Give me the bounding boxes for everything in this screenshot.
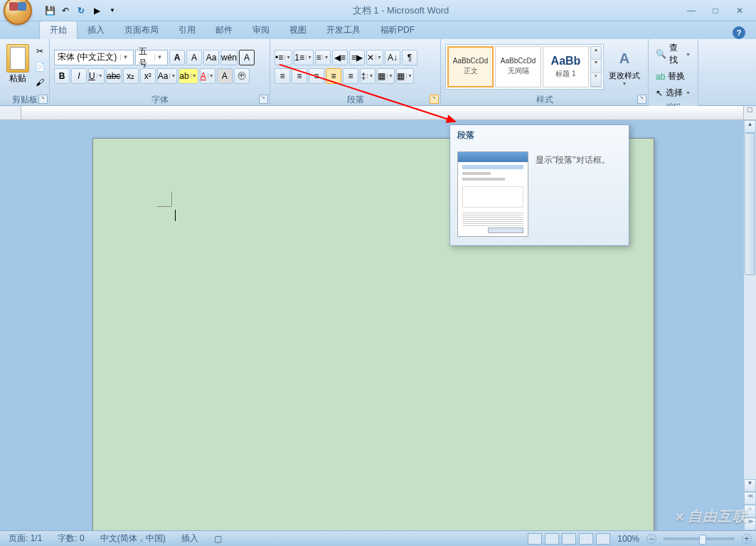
- paragraph-launcher[interactable]: [430, 95, 439, 104]
- shrink-font-button[interactable]: A: [186, 50, 202, 65]
- status-language[interactable]: 中文(简体，中国): [96, 532, 170, 545]
- show-marks-button[interactable]: ¶: [402, 50, 417, 65]
- format-painter-icon[interactable]: 🖌: [33, 75, 47, 90]
- sort-button[interactable]: A↓: [385, 50, 400, 65]
- paste-label: 粘贴: [9, 73, 26, 85]
- multilevel-button[interactable]: ≡▼: [315, 50, 331, 65]
- horizontal-ruler[interactable]: [21, 106, 743, 119]
- select-button[interactable]: ↖选择▼: [653, 85, 693, 100]
- style-item-heading1[interactable]: AaBb 标题 1: [543, 46, 589, 87]
- maximize-button[interactable]: □: [706, 4, 725, 17]
- view-web-button[interactable]: [562, 533, 576, 545]
- tab-pagelayout[interactable]: 页面布局: [115, 21, 169, 39]
- ruler-toggle-icon[interactable]: ▢: [743, 106, 756, 119]
- tab-mailings[interactable]: 邮件: [206, 21, 243, 39]
- phonetic-button[interactable]: wén: [220, 50, 238, 65]
- styles-group-label: 样式: [441, 94, 648, 105]
- style-item-normal[interactable]: AaBbCcDd 正文: [447, 46, 494, 87]
- status-macro-icon[interactable]: ▢: [210, 534, 226, 544]
- tab-developer[interactable]: 开发工具: [316, 21, 371, 39]
- view-draft-button[interactable]: [596, 533, 610, 545]
- superscript-button[interactable]: x²: [140, 68, 156, 84]
- window-controls: — □ ✕: [682, 4, 749, 17]
- paste-button[interactable]: 粘贴: [4, 42, 31, 92]
- font-color-button[interactable]: A▼: [200, 68, 215, 84]
- status-words[interactable]: 字数: 0: [53, 532, 88, 545]
- ruler-corner: [0, 106, 21, 119]
- font-launcher[interactable]: [259, 95, 268, 104]
- tab-foxitpdf[interactable]: 福昕PDF: [371, 21, 425, 39]
- style-item-nospacing[interactable]: AaBbCcDd 无间隔: [495, 46, 541, 87]
- strike-button[interactable]: abc: [106, 68, 122, 84]
- grow-font-button[interactable]: A: [169, 50, 185, 65]
- paragraph-group-label: 段落: [270, 94, 440, 105]
- group-styles: AaBbCcDd 正文 AaBbCcDd 无间隔 AaBb 标题 1 ▲ ▼ ▾: [441, 39, 649, 105]
- prev-page-button[interactable]: ≪: [744, 492, 756, 505]
- help-icon[interactable]: ?: [733, 26, 745, 39]
- subscript-button[interactable]: x₂: [123, 68, 139, 84]
- increase-indent-button[interactable]: ≡▶: [349, 50, 365, 65]
- minimize-button[interactable]: —: [682, 4, 701, 17]
- view-outline-button[interactable]: [579, 533, 593, 545]
- scroll-up-button[interactable]: ▲: [744, 120, 756, 133]
- scroll-track[interactable]: [744, 133, 756, 479]
- underline-button[interactable]: U▼: [88, 68, 105, 84]
- scroll-down-button[interactable]: ▼: [744, 479, 756, 492]
- paragraph-tooltip: 段落 显示"段落"对话框。: [449, 124, 629, 246]
- cut-icon[interactable]: ✂: [33, 44, 47, 58]
- font-size-combo[interactable]: 五号▼: [135, 50, 168, 65]
- font-name-combo[interactable]: 宋体 (中文正文)▼: [54, 50, 134, 65]
- select-icon: ↖: [656, 88, 663, 98]
- enclosed-char-button[interactable]: ㊥: [234, 68, 250, 84]
- ribbon-tabs: 开始 插入 页面布局 引用 邮件 审阅 视图 开发工具 福昕PDF ?: [0, 21, 756, 39]
- bullets-button[interactable]: •≡▼: [275, 50, 292, 65]
- zoom-level[interactable]: 100%: [617, 534, 639, 544]
- window-title: 文档 1 - Microsoft Word: [119, 4, 682, 17]
- tab-home[interactable]: 开始: [39, 21, 78, 39]
- tab-insert[interactable]: 插入: [78, 21, 115, 39]
- tab-review[interactable]: 审阅: [243, 21, 279, 39]
- highlight-button[interactable]: ab▼: [179, 68, 198, 84]
- char-border-button[interactable]: A: [239, 50, 255, 65]
- zoom-in-button[interactable]: +: [742, 534, 752, 544]
- change-case-button[interactable]: Aa▼: [157, 68, 178, 84]
- align-distribute-button[interactable]: ≡: [343, 68, 358, 84]
- quick-access-toolbar: 💾 ↶ ↻ ▶ ▼: [43, 4, 119, 18]
- styles-launcher[interactable]: [637, 95, 646, 104]
- zoom-slider[interactable]: [664, 537, 735, 540]
- align-left-button[interactable]: ≡: [275, 68, 290, 84]
- view-print-button[interactable]: [528, 533, 542, 545]
- scroll-thumb[interactable]: [745, 133, 755, 275]
- change-styles-button[interactable]: A 更改样式 ▼: [607, 48, 642, 86]
- save-icon[interactable]: 💾: [43, 4, 57, 18]
- style-scroll-more[interactable]: ▾: [591, 73, 601, 87]
- redo-icon[interactable]: ▶: [90, 4, 104, 18]
- decrease-indent-button[interactable]: ◀≡: [332, 50, 348, 65]
- replace-button[interactable]: ab替换: [653, 69, 693, 84]
- style-scroll-up[interactable]: ▲: [591, 47, 601, 60]
- tab-references[interactable]: 引用: [169, 21, 206, 39]
- undo-icon[interactable]: ↶: [58, 4, 73, 18]
- borders-button[interactable]: ▦▼: [396, 68, 414, 84]
- style-scroll-down[interactable]: ▼: [591, 60, 601, 73]
- copy-icon[interactable]: 📄: [33, 60, 47, 74]
- asian-layout-button[interactable]: ✕▼: [366, 50, 383, 65]
- refresh-icon[interactable]: ↻: [74, 4, 88, 18]
- line-spacing-button[interactable]: ‡▼: [360, 68, 376, 84]
- text-cursor: [175, 210, 176, 221]
- clear-format-button[interactable]: Aa: [203, 50, 219, 65]
- view-fullscreen-button[interactable]: [545, 533, 559, 545]
- numbering-button[interactable]: 1≡▼: [294, 50, 314, 65]
- qat-more-icon[interactable]: ▼: [105, 4, 119, 18]
- status-mode[interactable]: 插入: [177, 532, 203, 545]
- close-button[interactable]: ✕: [730, 4, 749, 17]
- find-button[interactable]: 🔍查找▼: [653, 41, 693, 68]
- shading-button[interactable]: ▦▼: [377, 68, 395, 84]
- italic-button[interactable]: I: [71, 68, 87, 84]
- status-page[interactable]: 页面: 1/1: [4, 532, 46, 545]
- clipboard-launcher[interactable]: [38, 95, 48, 104]
- tab-view[interactable]: 视图: [279, 21, 316, 39]
- char-shading-button[interactable]: A: [217, 68, 233, 84]
- zoom-out-button[interactable]: −: [646, 534, 656, 544]
- bold-button[interactable]: B: [54, 68, 70, 84]
